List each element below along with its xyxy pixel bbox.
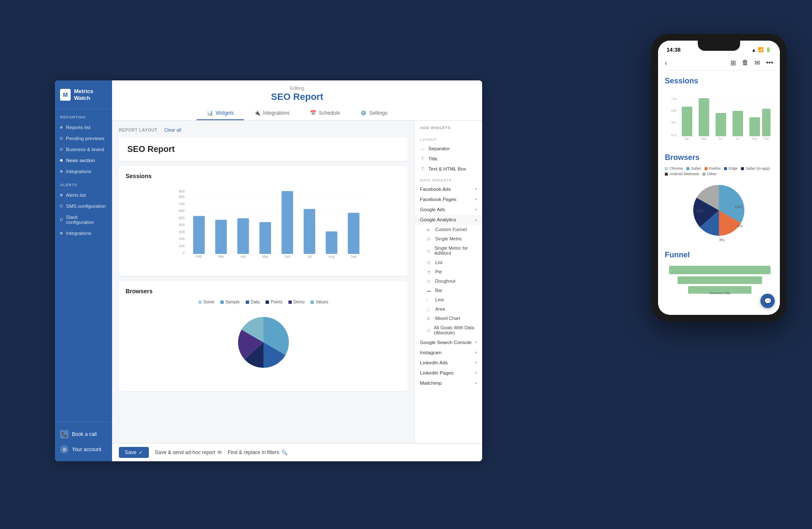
sidebar-item-reports-list[interactable]: Reports list xyxy=(55,122,112,133)
account-icon: ⚙ xyxy=(60,445,69,454)
title-item[interactable]: T Title xyxy=(415,154,482,164)
add-icon[interactable]: ⊞ xyxy=(730,59,736,67)
list-item[interactable]: ☰ List xyxy=(415,258,482,267)
find-replace-button[interactable]: Find & replace in filters 🔍 xyxy=(228,449,288,455)
svg-text:300: 300 xyxy=(179,230,185,234)
nav-square-icon xyxy=(60,218,63,221)
legend-item: Values xyxy=(310,300,328,304)
mixed-chart-item[interactable]: ⊞ Mixed Chart xyxy=(415,314,482,323)
legend-label: Chrome xyxy=(669,166,683,171)
data-widgets-section-label: DATA WIDGETS xyxy=(415,174,482,184)
sidebar-item-label: SMS configuration xyxy=(66,204,106,209)
phone-pie-wrapper: 16% 4% 3% 75% xyxy=(665,179,773,242)
chat-bubble-button[interactable]: 💬 xyxy=(760,294,775,308)
separator-icon: — xyxy=(420,146,425,151)
google-analytics-item[interactable]: Google Analytics ▴ xyxy=(415,215,482,225)
adhoc-report-button[interactable]: Save & send ad-hoc report ✉ xyxy=(155,449,222,455)
svg-rect-17 xyxy=(237,218,249,254)
sidebar-item-label: Integrations xyxy=(66,231,91,236)
legend-label: Demo xyxy=(294,300,305,304)
your-account-button[interactable]: ⚙ Your account xyxy=(55,442,112,457)
chevron-down-icon: ▾ xyxy=(475,197,477,201)
linkedin-ads-item[interactable]: LinkedIn Ads ▾ xyxy=(415,358,482,368)
all-goals-item[interactable]: ◎ All Goals With Data (Absolute) xyxy=(415,323,482,337)
area-item[interactable]: △ Area xyxy=(415,304,482,314)
pie-label: Pie xyxy=(435,269,442,274)
title-item-left: T Title xyxy=(420,156,437,161)
tab-integrations[interactable]: 🔌 Integrations xyxy=(244,107,300,120)
alerts-section-label: ALERTS xyxy=(55,177,112,190)
sidebar-item-pending-previews[interactable]: Pending previews xyxy=(55,133,112,144)
legend-item: Edge xyxy=(724,166,738,171)
clear-all-button[interactable]: Clear all xyxy=(164,127,181,132)
more-icon[interactable]: ••• xyxy=(766,59,773,67)
legend-color-dot xyxy=(220,300,224,304)
svg-text:Jun: Jun xyxy=(285,255,291,259)
single-metric-item[interactable]: ◎ Single Metric xyxy=(415,234,482,243)
separator-item[interactable]: — Separator xyxy=(415,143,482,154)
text-html-item[interactable]: T Text & HTML Box xyxy=(415,164,482,174)
facebook-pages-item[interactable]: Facebook Pages ▾ xyxy=(415,194,482,204)
svg-text:Apr: Apr xyxy=(685,137,690,141)
facebook-ads-item[interactable]: Facebook Ads ▾ xyxy=(415,184,482,194)
back-arrow-icon[interactable]: ‹ xyxy=(665,59,667,67)
mail-icon[interactable]: ✉ xyxy=(754,59,760,67)
check-icon: ✓ xyxy=(139,449,143,455)
sidebar-item-alerts-list[interactable]: Alerts list xyxy=(55,190,112,201)
facebook-pages-label: Facebook Pages xyxy=(420,197,456,202)
nav-square-icon xyxy=(60,137,63,140)
mailchimp-item[interactable]: Mailchimp ▾ xyxy=(415,378,482,388)
trash-icon[interactable]: 🗑 xyxy=(742,59,749,67)
bar-item[interactable]: ▬ Bar xyxy=(415,286,482,295)
add-widgets-panel: ADD WIDGETS LAYOUT — Separator T Title xyxy=(414,121,482,443)
pie-item[interactable]: ◔ Pie xyxy=(415,267,482,276)
sidebar-item-sms-config[interactable]: SMS configuration xyxy=(55,201,112,212)
sidebar-logo[interactable]: M Metrics Watch xyxy=(55,80,112,109)
reporting-section-label: REPORTING xyxy=(55,109,112,122)
linkedin-ads-label: LinkedIn Ads xyxy=(420,360,448,365)
gsc-label: Google Search Console xyxy=(420,340,472,345)
linkedin-pages-item[interactable]: LinkedIn Pages ▾ xyxy=(415,368,482,378)
sidebar-item-slack-config[interactable]: Slack configuration xyxy=(55,212,112,228)
nav-square-icon xyxy=(60,148,63,151)
save-button[interactable]: Save ✓ xyxy=(119,447,149,458)
doughnut-item[interactable]: ◎ Doughnut xyxy=(415,276,482,286)
sidebar-item-integrations-alerts[interactable]: Integrations xyxy=(55,228,112,239)
text-html-left: T Text & HTML Box xyxy=(420,166,466,171)
line-item[interactable]: ∕ Line xyxy=(415,295,482,304)
svg-text:900: 900 xyxy=(179,190,185,193)
report-title: SEO Report xyxy=(112,91,482,102)
google-ads-label: Google Ads xyxy=(420,207,445,212)
chevron-down-icon: ▾ xyxy=(475,340,477,344)
sidebar-item-business-brand[interactable]: Business & brand xyxy=(55,144,112,155)
tab-schedule[interactable]: 📅 Schedule xyxy=(300,107,350,120)
google-ads-item[interactable]: Google Ads ▾ xyxy=(415,204,482,215)
schedule-calendar-icon: 📅 xyxy=(310,110,316,116)
book-call-button[interactable]: 📞 Book a call xyxy=(55,427,112,442)
sidebar-item-label: Slack configuration xyxy=(66,215,107,225)
legend-item: Safari xyxy=(686,166,701,171)
tab-widgets[interactable]: 📊 Widgets xyxy=(197,107,244,120)
adhoc-label: Save & send ad-hoc report xyxy=(155,449,215,455)
phone-sessions-section: Sessions 470 551 638 719 xyxy=(665,77,773,145)
google-search-console-item[interactable]: Google Search Console ▾ xyxy=(415,337,482,347)
book-call-label: Book a call xyxy=(72,431,97,437)
sidebar-item-label: Reports list xyxy=(66,125,91,130)
chevron-down-icon: ▾ xyxy=(475,207,477,212)
single-metric-adword-item[interactable]: ◎ Single Metric for AdWord xyxy=(415,243,482,258)
custom-funnel-item[interactable]: ◈ Custom Funnel xyxy=(415,225,482,234)
integrations-plug-icon: 🔌 xyxy=(254,110,261,116)
phone-browsers-legend: Chrome Safari Firefox Edge xyxy=(665,166,773,176)
legend-color-dot xyxy=(246,300,249,304)
legend-item: Chrome xyxy=(665,166,683,171)
sidebar-item-news-section[interactable]: News section xyxy=(55,155,112,166)
svg-text:Aug: Aug xyxy=(752,137,757,141)
sidebar-item-integrations-reporting[interactable]: Integrations xyxy=(55,166,112,177)
tab-settings[interactable]: ⚙️ Settings xyxy=(350,107,398,120)
title-label: Title xyxy=(428,156,437,161)
legend-item: Firefox xyxy=(705,166,721,171)
chevron-down-icon: ▾ xyxy=(475,350,477,355)
instagram-item[interactable]: Instagram ▾ xyxy=(415,347,482,358)
phone-time: 14:38 xyxy=(667,47,680,53)
linkedin-pages-left: LinkedIn Pages xyxy=(420,370,453,375)
